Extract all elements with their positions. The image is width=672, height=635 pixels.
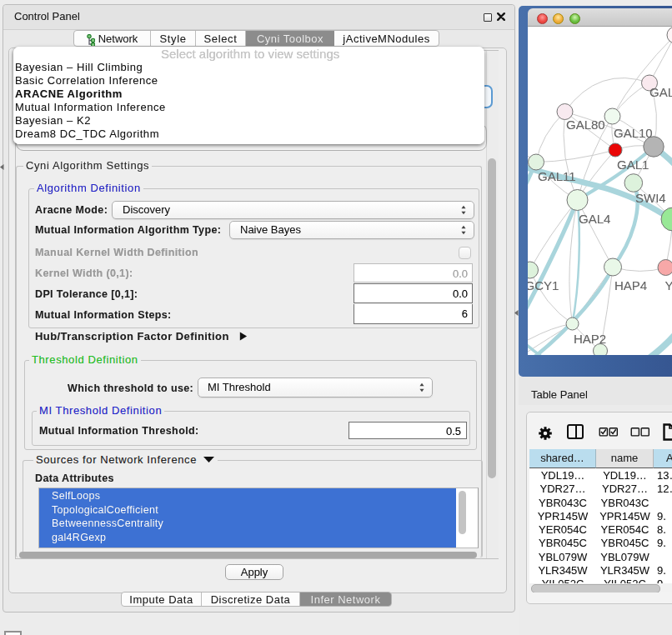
svg-text:HAP2: HAP2 [574,332,606,346]
svg-text:GAL4: GAL4 [579,212,610,226]
svg-text:GCY1: GCY1 [528,278,559,292]
svg-text:GAL1: GAL1 [617,158,649,172]
svg-text:SWI4: SWI4 [635,191,666,205]
svg-text:GAL80: GAL80 [566,118,605,132]
svg-text:GAL7: GAL7 [649,85,672,99]
svg-text:GAL10: GAL10 [614,126,653,140]
svg-text:GAL11: GAL11 [538,169,576,183]
svg-text:HAP4: HAP4 [614,278,647,292]
svg-text:YM: YM [665,278,672,292]
